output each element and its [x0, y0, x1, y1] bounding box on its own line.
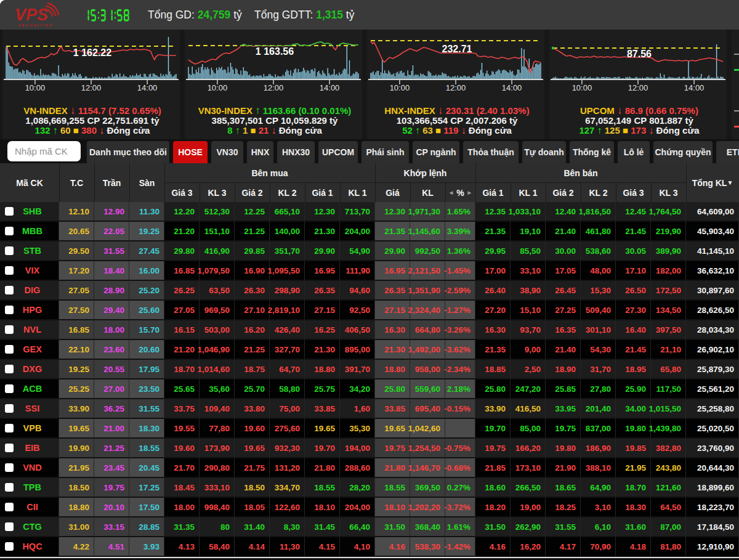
svg-text:87.56: 87.56	[627, 49, 652, 59]
svg-text:14:00: 14:00	[137, 83, 158, 92]
svg-text:10:00: 10:00	[25, 83, 46, 92]
svg-text:103,366,554 CP 2,007.206 tỷ: 103,366,554 CP 2,007.206 tỷ	[397, 115, 518, 126]
svg-text:67,052,149 CP 801.887 tỷ: 67,052,149 CP 801.887 tỷ	[585, 115, 693, 126]
svg-text:14:00: 14:00	[684, 83, 705, 92]
svg-text:10:00: 10:00	[572, 83, 592, 92]
svg-text:385,307,501 CP 10,059.829 tỷ: 385,307,501 CP 10,059.829 tỷ	[212, 115, 339, 126]
svg-text:1 162.22: 1 162.22	[73, 47, 111, 58]
svg-text:10:00: 10:00	[390, 83, 410, 92]
svg-text:VPS: VPS	[15, 6, 48, 24]
svg-text:14:00: 14:00	[320, 83, 340, 92]
svg-text:14:00: 14:00	[502, 83, 522, 92]
svg-text:52 ↑ 63 ■ 119 ↓ Đóng cửa: 52 ↑ 63 ■ 119 ↓ Đóng cửa	[402, 125, 512, 136]
svg-text:12:00: 12:00	[264, 83, 284, 92]
svg-text:8 ↑ 1 ■ 21 ↓ Đóng cửa: 8 ↑ 1 ■ 21 ↓ Đóng cửa	[227, 125, 322, 136]
svg-text:1,086,669,255 CP 22,751.691 tỷ: 1,086,669,255 CP 22,751.691 tỷ	[25, 115, 160, 126]
svg-text:12:00: 12:00	[446, 83, 466, 92]
svg-text:10:00: 10:00	[208, 83, 228, 92]
svg-text:SECURITIES: SECURITIES	[18, 23, 54, 27]
svg-text:12:00: 12:00	[81, 83, 102, 92]
svg-text:132 ↑ 60 ■ 380 ↓ Đóng cửa: 132 ↑ 60 ■ 380 ↓ Đóng cửa	[35, 125, 151, 136]
svg-text:12:00: 12:00	[628, 83, 648, 92]
svg-text:127 ↑ 125 ■ 173 ↓ Đóng cửa: 127 ↑ 125 ■ 173 ↓ Đóng cửa	[579, 125, 700, 136]
svg-text:232.71: 232.71	[442, 44, 472, 54]
svg-text:1 163.56: 1 163.56	[256, 46, 294, 57]
